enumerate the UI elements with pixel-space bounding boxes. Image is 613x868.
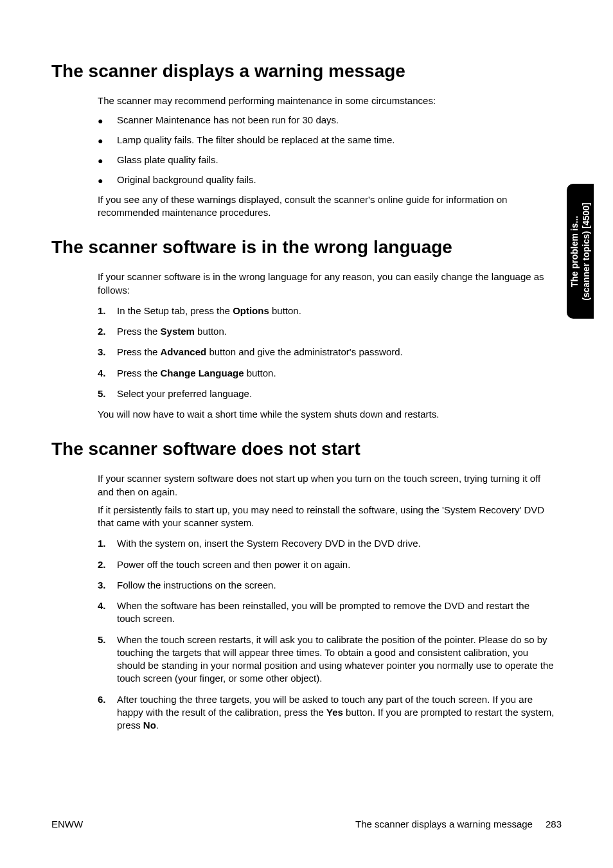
step-number: 1. [98, 305, 117, 317]
side-tab-line1: The problem is... [569, 215, 580, 287]
list-item: 5.When the touch screen restarts, it wil… [98, 633, 555, 686]
bullet-text: Glass plate quality fails. [117, 154, 218, 166]
heading-wrong-language: The scanner software is in the wrong lan… [51, 237, 562, 258]
not-start-p2: If it persistently fails to start up, yo… [98, 504, 555, 530]
step-text: Select your preferred language. [117, 387, 252, 400]
list-item: ●Scanner Maintenance has not been run fo… [98, 114, 555, 127]
step-number: 2. [98, 558, 117, 571]
footer-left: ENWW [51, 819, 83, 829]
bullet-icon: ● [98, 154, 117, 167]
section-not-start-body: If your scanner system software does not… [98, 472, 555, 732]
list-item: 4.When the software has been reinstalled… [98, 599, 555, 626]
list-item: 1.In the Setup tab, press the Options bu… [98, 305, 555, 317]
warning-outro: If you see any of these warnings display… [98, 193, 555, 220]
step-number: 3. [98, 579, 117, 592]
step-text: After touching the three targets, you wi… [117, 693, 555, 732]
warning-bullet-list: ●Scanner Maintenance has not been run fo… [98, 114, 555, 187]
step-text: Power off the touch screen and then powe… [117, 558, 350, 571]
list-item: 1.With the system on, insert the System … [98, 537, 555, 550]
step-text: Follow the instructions on the screen. [117, 579, 276, 592]
step-text: With the system on, insert the System Re… [117, 537, 421, 550]
page-number: 283 [546, 819, 562, 829]
not-start-steps: 1.With the system on, insert the System … [98, 537, 555, 732]
list-item: 2.Power off the touch screen and then po… [98, 558, 555, 571]
language-steps: 1.In the Setup tab, press the Options bu… [98, 305, 555, 400]
page: The problem is... (scanner topics) [4500… [0, 0, 613, 868]
side-tab-label: The problem is... (scanner topics) [4500… [569, 202, 592, 301]
section-language-body: If your scanner software is in the wrong… [98, 270, 555, 421]
list-item: ●Lamp quality fails. The filter should b… [98, 134, 555, 147]
section-warning-body: The scanner may recommend performing mai… [98, 94, 555, 219]
bullet-icon: ● [98, 114, 117, 127]
step-number: 6. [98, 693, 117, 706]
heading-does-not-start: The scanner software does not start [51, 439, 562, 459]
step-text: When the software has been reinstalled, … [117, 599, 555, 626]
page-footer: ENWW The scanner displays a warning mess… [51, 819, 562, 829]
step-number: 4. [98, 367, 117, 380]
heading-warning-message: The scanner displays a warning message [51, 61, 562, 82]
step-number: 5. [98, 387, 117, 400]
not-start-p1: If your scanner system software does not… [98, 472, 555, 499]
footer-section-title: The scanner displays a warning message [355, 819, 533, 829]
bullet-text: Original background quality fails. [117, 173, 256, 186]
step-text: Press the Advanced button and give the a… [117, 346, 403, 359]
list-item: 6.After touching the three targets, you … [98, 693, 555, 732]
list-item: ●Original background quality fails. [98, 173, 555, 187]
bullet-icon: ● [98, 134, 117, 147]
language-outro: You will now have to wait a short time w… [98, 408, 555, 421]
step-text: When the touch screen restarts, it will … [117, 633, 555, 686]
language-intro: If your scanner software is in the wrong… [98, 270, 555, 297]
step-number: 1. [98, 537, 117, 550]
list-item: ●Glass plate quality fails. [98, 154, 555, 167]
bullet-text: Lamp quality fails. The filter should be… [117, 134, 395, 146]
step-number: 4. [98, 599, 117, 612]
footer-right: The scanner displays a warning message 2… [355, 819, 562, 829]
step-text: Press the System button. [117, 325, 227, 338]
step-text: In the Setup tab, press the Options butt… [117, 305, 301, 317]
warning-intro: The scanner may recommend performing mai… [98, 94, 555, 107]
step-number: 2. [98, 325, 117, 338]
list-item: 3.Follow the instructions on the screen. [98, 579, 555, 592]
step-text: Press the Change Language button. [117, 367, 276, 380]
side-tab-line2: (scanner topics) [4500] [580, 202, 591, 301]
side-tab: The problem is... (scanner topics) [4500… [567, 184, 594, 319]
step-number: 5. [98, 633, 117, 646]
list-item: 2.Press the System button. [98, 325, 555, 338]
list-item: 3.Press the Advanced button and give the… [98, 346, 555, 359]
bullet-icon: ● [98, 173, 117, 187]
list-item: 5.Select your preferred language. [98, 387, 555, 400]
list-item: 4.Press the Change Language button. [98, 367, 555, 380]
bullet-text: Scanner Maintenance has not been run for… [117, 114, 339, 127]
step-number: 3. [98, 346, 117, 359]
